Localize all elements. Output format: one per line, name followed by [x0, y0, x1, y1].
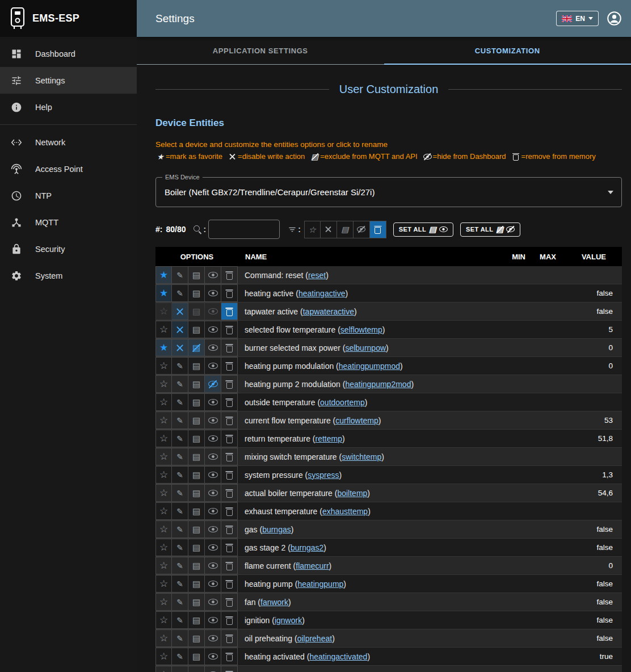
remove-memory-icon[interactable] [221, 593, 238, 611]
entity-short-link[interactable]: heatingpump [297, 579, 343, 589]
disable-write-icon[interactable] [172, 375, 188, 393]
hide-dashboard-icon[interactable] [205, 539, 221, 556]
hide-dashboard-icon[interactable] [205, 375, 221, 393]
remove-memory-icon[interactable] [221, 321, 238, 338]
hide-dashboard-icon[interactable] [205, 266, 221, 284]
exclude-mqtt-icon[interactable] [188, 611, 205, 629]
hide-dashboard-icon[interactable] [205, 484, 221, 502]
disable-write-icon[interactable] [172, 448, 188, 465]
exclude-mqtt-icon[interactable] [188, 339, 205, 356]
entity-short-link[interactable]: syspress [308, 471, 339, 480]
favorite-icon[interactable] [155, 502, 172, 520]
disable-write-icon[interactable] [172, 502, 188, 520]
entity-short-link[interactable]: rettemp [316, 434, 342, 443]
exclude-mqtt-filter-icon[interactable] [337, 221, 354, 238]
remove-memory-icon[interactable] [221, 502, 238, 520]
remove-memory-icon[interactable] [221, 339, 238, 356]
account-icon[interactable] [607, 11, 622, 26]
favorite-icon[interactable] [155, 539, 172, 556]
disable-write-icon[interactable] [172, 629, 188, 647]
hide-dashboard-icon[interactable] [205, 629, 221, 647]
remove-memory-icon[interactable] [221, 557, 238, 574]
remove-memory-icon[interactable] [221, 375, 238, 393]
language-select[interactable]: EN [556, 11, 599, 26]
entity-short-link[interactable]: burngas [262, 525, 291, 534]
remove-memory-icon[interactable] [221, 357, 238, 375]
sidebar-item-mqtt[interactable]: MQTT [0, 209, 137, 236]
disable-write-icon[interactable] [172, 648, 188, 665]
favorite-icon[interactable] [155, 466, 172, 484]
hide-dashboard-icon[interactable] [205, 611, 221, 629]
remove-memory-icon[interactable] [221, 411, 238, 429]
disable-write-icon[interactable] [172, 411, 188, 429]
favorite-icon[interactable] [155, 284, 172, 302]
remove-memory-icon[interactable] [221, 666, 238, 672]
hide-dashboard-icon[interactable] [205, 284, 221, 302]
ems-device-select[interactable]: EMS Device Boiler (Nefit GBx72/Trendline… [155, 177, 622, 207]
exclude-mqtt-icon[interactable] [188, 629, 205, 647]
disable-write-icon[interactable] [172, 557, 188, 574]
remove-memory-icon[interactable] [221, 303, 238, 320]
entity-short-link[interactable]: flamecurr [296, 561, 329, 570]
favorite-icon[interactable] [155, 448, 172, 465]
hide-dashboard-icon[interactable] [205, 520, 221, 538]
exclude-mqtt-icon[interactable] [188, 375, 205, 393]
hide-dashboard-icon[interactable] [205, 593, 221, 611]
exclude-mqtt-icon[interactable] [188, 484, 205, 502]
sidebar-item-help[interactable]: Help [0, 94, 137, 120]
exclude-mqtt-icon[interactable] [188, 393, 205, 411]
favorite-icon[interactable] [155, 629, 172, 647]
favorite-icon[interactable] [155, 303, 172, 320]
remove-memory-icon[interactable] [221, 611, 238, 629]
hide-dashboard-icon[interactable] [205, 648, 221, 665]
favorite-icon[interactable] [155, 411, 172, 429]
favorite-icon[interactable] [155, 375, 172, 393]
favorite-icon[interactable] [155, 557, 172, 574]
hide-dashboard-icon[interactable] [205, 411, 221, 429]
hide-dashboard-icon[interactable] [205, 448, 221, 465]
hide-dashboard-icon[interactable] [205, 321, 221, 338]
disable-write-icon[interactable] [172, 303, 188, 320]
remove-memory-icon[interactable] [221, 430, 238, 447]
exclude-mqtt-icon[interactable] [188, 303, 205, 320]
exclude-mqtt-icon[interactable] [188, 430, 205, 447]
hide-dashboard-icon[interactable] [205, 303, 221, 320]
exclude-mqtt-icon[interactable] [188, 357, 205, 375]
entity-short-link[interactable]: burngas2 [291, 543, 323, 552]
favorite-icon[interactable] [155, 611, 172, 629]
sidebar-item-security[interactable]: Security [0, 236, 137, 262]
favorite-icon[interactable] [155, 520, 172, 538]
entity-short-link[interactable]: oilpreheat [297, 634, 333, 643]
disable-write-filter-icon[interactable] [321, 221, 337, 238]
exclude-mqtt-icon[interactable] [188, 321, 205, 338]
entity-short-link[interactable]: fanwork [260, 598, 288, 607]
disable-write-icon[interactable] [172, 520, 188, 538]
entity-short-link[interactable]: ignwork [275, 616, 302, 625]
exclude-mqtt-icon[interactable] [188, 502, 205, 520]
hide-dashboard-icon[interactable] [205, 339, 221, 356]
favorite-icon[interactable] [155, 339, 172, 356]
favorite-icon[interactable] [155, 593, 172, 611]
set-all-show-button[interactable]: SET ALL [393, 222, 453, 237]
disable-write-icon[interactable] [172, 284, 188, 302]
favorite-icon[interactable] [155, 484, 172, 502]
exclude-mqtt-icon[interactable] [188, 557, 205, 574]
favorite-icon[interactable] [155, 357, 172, 375]
disable-write-icon[interactable] [172, 321, 188, 338]
hide-dashboard-icon[interactable] [205, 666, 221, 672]
sidebar-item-ntp[interactable]: NTP [0, 182, 137, 209]
remove-memory-icon[interactable] [221, 484, 238, 502]
remove-memory-icon[interactable] [221, 448, 238, 465]
disable-write-icon[interactable] [172, 466, 188, 484]
tab-customization[interactable]: CUSTOMIZATION [384, 37, 631, 64]
disable-write-icon[interactable] [172, 393, 188, 411]
exclude-mqtt-icon[interactable] [188, 466, 205, 484]
entity-short-link[interactable]: boiltemp [337, 489, 367, 498]
set-all-hide-button[interactable]: SET ALL [460, 222, 520, 237]
exclude-mqtt-icon[interactable] [188, 411, 205, 429]
sidebar-item-system[interactable]: System [0, 262, 137, 289]
hide-dashboard-icon[interactable] [205, 502, 221, 520]
favorite-icon[interactable] [155, 666, 172, 672]
remove-memory-icon[interactable] [221, 539, 238, 556]
entity-short-link[interactable]: heatingactive [298, 289, 346, 298]
